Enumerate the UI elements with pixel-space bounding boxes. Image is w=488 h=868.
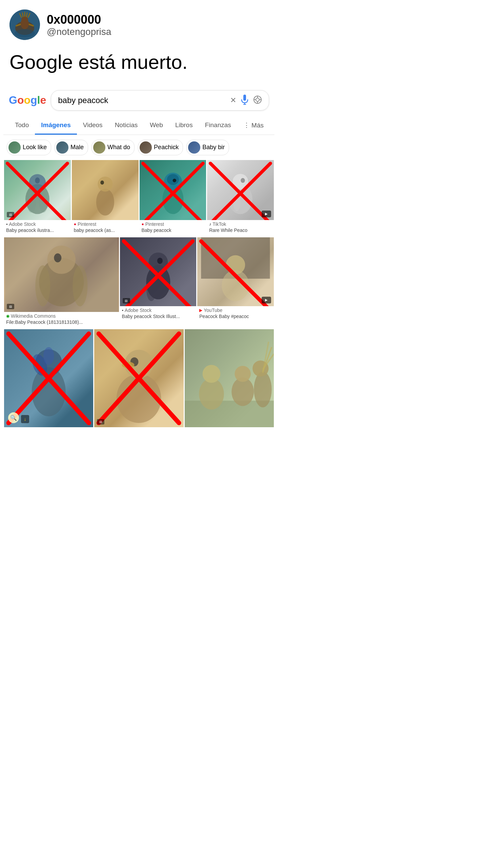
tab-libros[interactable]: Libros — [169, 117, 199, 135]
lens-icon[interactable] — [253, 95, 262, 105]
svg-rect-12 — [243, 95, 246, 101]
svg-point-16 — [256, 98, 259, 101]
stock-icon-6 — [123, 298, 130, 303]
tab-web[interactable]: Web — [144, 117, 169, 135]
svg-point-76 — [254, 372, 272, 407]
filter-chips: Look like Male What do Peachick Baby bir — [3, 135, 274, 160]
chip-look-like[interactable]: Look like — [7, 140, 51, 155]
search-query-text: baby peacock — [58, 96, 108, 105]
svg-point-23 — [35, 177, 40, 183]
stock-icon-9 — [97, 419, 104, 425]
svg-point-68 — [122, 362, 135, 368]
image-meta-6: ▪ Adobe Stock Baby peacock Stock Illust.… — [120, 306, 197, 322]
image-cell-1[interactable]: ▪ Adobe Stock Baby peacock ilustra... — [4, 160, 71, 236]
play-icon-4 — [262, 211, 271, 217]
image-cell-6[interactable]: ▪ Adobe Stock Baby peacock Stock Illust.… — [120, 237, 197, 328]
svg-point-40 — [233, 193, 240, 211]
chip-baby-bird[interactable]: Baby bir — [186, 140, 229, 155]
svg-point-29 — [98, 176, 113, 191]
avatar — [9, 9, 40, 40]
svg-point-34 — [172, 178, 176, 182]
svg-point-52 — [146, 280, 156, 301]
image-meta-3: ● Pinterest Baby peacock — [140, 220, 206, 236]
tab-noticias[interactable]: Noticias — [109, 117, 144, 135]
image-row-3: 🔍 ↓ — [4, 329, 274, 428]
svg-point-38 — [233, 174, 248, 189]
image-row-2: ◉ Wikimedia Commons File:Baby Peacock (1… — [4, 237, 274, 328]
svg-line-7 — [22, 13, 23, 17]
svg-point-51 — [157, 258, 162, 264]
tweet-handle: @notengoprisa — [47, 26, 111, 37]
image-meta-5: ◉ Wikimedia Commons File:Baby Peacock (1… — [4, 312, 119, 328]
svg-point-75 — [235, 366, 250, 382]
google-logo: Google — [9, 94, 46, 106]
tweet-user-info: 0x000000 @notengoprisa — [47, 9, 111, 37]
tab-herram[interactable]: Herram — [270, 117, 274, 134]
chip-peachick[interactable]: Peachick — [138, 140, 183, 155]
svg-point-30 — [100, 180, 104, 184]
chip-what-do[interactable]: What do — [92, 140, 135, 155]
svg-point-57 — [226, 255, 245, 274]
image-meta-2: ● Pinterest baby peacock (as... — [72, 220, 139, 236]
image-cell-9[interactable] — [94, 329, 183, 428]
tab-finanzas[interactable]: Finanzas — [199, 117, 237, 135]
svg-line-9 — [26, 13, 27, 17]
svg-point-11 — [15, 29, 35, 37]
svg-point-47 — [35, 265, 50, 306]
image-cell-8[interactable]: 🔍 ↓ — [4, 329, 93, 428]
svg-point-65 — [117, 374, 161, 423]
nav-tabs: Todo Imágenes Videos Noticias Web Libros… — [3, 117, 274, 135]
svg-point-45 — [47, 245, 76, 274]
tab-mas[interactable]: ⋮ Más — [237, 117, 270, 135]
image-meta-7: ▶ YouTube Peacock Baby #peacoc — [197, 306, 274, 322]
search-input-wrap[interactable]: baby peacock ✕ — [51, 90, 269, 111]
play-icon-7 — [262, 297, 271, 303]
svg-point-28 — [96, 189, 114, 216]
svg-point-73 — [202, 365, 220, 383]
svg-point-48 — [73, 265, 87, 306]
chip-male[interactable]: Male — [55, 140, 88, 155]
image-grid: ▪ Adobe Stock Baby peacock ilustra... — [3, 160, 274, 428]
clear-search-icon[interactable]: ✕ — [230, 96, 236, 105]
image-row-1: ▪ Adobe Stock Baby peacock ilustra... — [4, 160, 274, 236]
svg-point-24 — [27, 192, 36, 213]
tab-todo[interactable]: Todo — [9, 117, 35, 135]
search-icons: ✕ — [230, 95, 262, 106]
svg-point-72 — [199, 378, 224, 410]
image-cell-10[interactable] — [185, 329, 274, 428]
image-meta-1: ▪ Adobe Stock Baby peacock ilustra... — [4, 220, 71, 236]
tweet-username: 0x000000 — [47, 13, 111, 26]
svg-point-46 — [54, 253, 61, 262]
image-cell-2[interactable]: ● Pinterest baby peacock (as... — [72, 160, 139, 236]
svg-point-5 — [21, 16, 28, 23]
image-cell-3[interactable]: ● Pinterest Baby peacock — [140, 160, 206, 236]
image-meta-4: ♪ TikTok Rare While Peaco — [207, 220, 274, 236]
voice-search-icon[interactable] — [241, 95, 248, 106]
stock-icon-5 — [7, 304, 14, 309]
tab-videos[interactable]: Videos — [77, 117, 109, 135]
tab-imagenes[interactable]: Imágenes — [35, 117, 77, 135]
svg-point-25 — [39, 192, 48, 213]
google-container: Google baby peacock ✕ — [0, 84, 278, 428]
image-cell-5[interactable]: ◉ Wikimedia Commons File:Baby Peacock (1… — [4, 237, 119, 328]
stock-icon-1 — [7, 212, 14, 217]
svg-point-39 — [241, 178, 245, 183]
tweet-text: Google está muerto. — [0, 47, 278, 84]
image-cell-7[interactable]: ▶ YouTube Peacock Baby #peacoc — [197, 237, 274, 328]
image-cell-4[interactable]: ♪ TikTok Rare While Peaco — [207, 160, 274, 236]
google-search-bar: Google baby peacock ✕ — [3, 84, 274, 117]
arrow-icon-8: ↓ — [21, 415, 29, 423]
svg-point-62 — [43, 347, 54, 365]
svg-point-56 — [222, 270, 249, 301]
tweet-header: 0x000000 @notengoprisa — [0, 0, 278, 47]
